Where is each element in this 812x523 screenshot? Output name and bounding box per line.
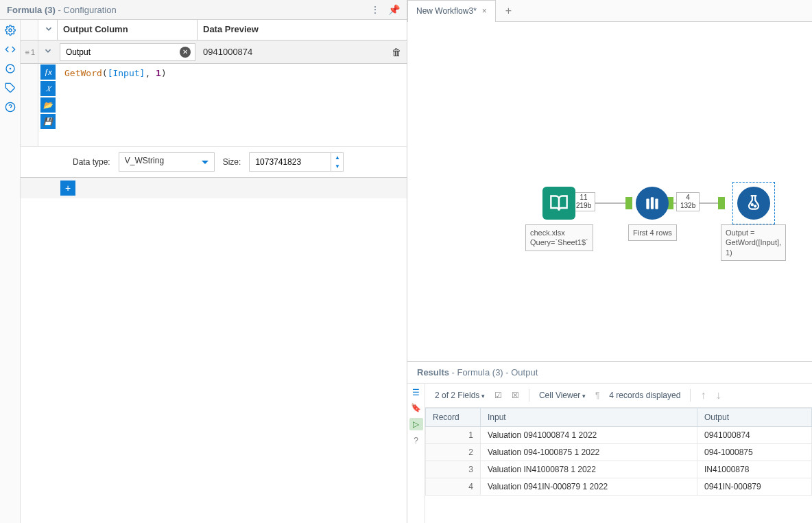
svg-rect-7 bbox=[651, 197, 654, 209]
sample-node-label: First 4 rows bbox=[628, 224, 677, 241]
node-input-data[interactable]: check.xlsx Query=`Sheet1$` bbox=[525, 185, 593, 251]
expression-row: ƒx 𝑋 📂 💾 GetWord([Input], 1) bbox=[21, 64, 407, 146]
play-icon[interactable]: ▷ bbox=[409, 418, 423, 430]
results-body: ☰ 🔖 ▷ ? 2 of 2 Fields ☑ ☒ Cell Viewer ¶ … bbox=[407, 384, 812, 523]
col-output[interactable]: Output bbox=[697, 408, 811, 427]
config-panel-header: Formula (3) - Configuration ⋮ 📌 bbox=[0, 0, 407, 20]
x-icon[interactable]: ☒ bbox=[512, 391, 519, 400]
datatype-select[interactable]: V_WString bbox=[119, 152, 215, 172]
table-row[interactable]: 2Valuation 094-1000875 1 2022094-1000875 bbox=[426, 444, 812, 461]
config-tool-name: Formula (3) bbox=[7, 5, 56, 15]
expr-num: 1 bbox=[156, 68, 161, 78]
config-content: Output Column Data Preview ≡1 ✕ 09410008… bbox=[21, 20, 407, 523]
help2-icon[interactable]: ? bbox=[414, 436, 418, 445]
results-sidebar: ☰ 🔖 ▷ ? bbox=[407, 384, 425, 523]
new-tab-button[interactable]: + bbox=[496, 5, 521, 17]
workflow-tabs: New Workflow3* × + bbox=[407, 0, 812, 22]
fields-dropdown[interactable]: 2 of 2 Fields bbox=[435, 391, 485, 400]
formula-table-header: Output Column Data Preview bbox=[21, 20, 407, 40]
workflow-canvas[interactable]: 11 219b 4 132b check.xlsx Query=`Sheet1$… bbox=[407, 22, 812, 361]
add-row-bar: + bbox=[21, 177, 407, 198]
output-column-header: Output Column bbox=[58, 20, 198, 40]
folder-button[interactable]: 📂 bbox=[40, 97, 56, 113]
node-formula[interactable]: Output = GetWord([Input], 1) bbox=[721, 185, 786, 261]
tag-icon[interactable] bbox=[4, 82, 16, 94]
svg-rect-8 bbox=[656, 199, 658, 209]
results-table: Record Input Output 1Valuation 094100087… bbox=[425, 408, 812, 496]
results-main: 2 of 2 Fields ☑ ☒ Cell Viewer ¶ 4 record… bbox=[425, 384, 812, 523]
app-root: Formula (3) - Configuration ⋮ 📌 Output C… bbox=[0, 0, 812, 523]
workflow-tab[interactable]: New Workflow3* × bbox=[407, 0, 496, 22]
goto-first-icon[interactable]: ↑ bbox=[700, 389, 706, 402]
expr-close: ) bbox=[161, 68, 167, 78]
results-toolbar: 2 of 2 Fields ☑ ☒ Cell Viewer ¶ 4 record… bbox=[425, 384, 812, 408]
bookmark-icon[interactable]: 🔖 bbox=[411, 403, 421, 412]
results-subtitle: - Formula (3) - Output bbox=[449, 367, 538, 377]
config-title: Formula (3) - Configuration bbox=[7, 5, 117, 15]
results-title: Results bbox=[417, 367, 449, 377]
right-panel: New Workflow3* × + 11 219b 4 132b bbox=[407, 0, 812, 523]
svg-rect-6 bbox=[647, 199, 649, 209]
node-sample[interactable]: First 4 rows bbox=[628, 185, 677, 241]
input-node-label: check.xlsx Query=`Sheet1$` bbox=[525, 224, 593, 251]
conn2-records: 4 bbox=[680, 194, 695, 202]
size-input[interactable] bbox=[249, 152, 331, 172]
data-preview-header: Data Preview bbox=[198, 20, 407, 40]
divider2 bbox=[690, 389, 691, 402]
results-header: Results - Formula (3) - Output bbox=[407, 362, 812, 384]
add-expression-button[interactable]: + bbox=[60, 181, 75, 196]
target-icon[interactable] bbox=[4, 62, 16, 75]
clear-output-icon[interactable]: ✕ bbox=[180, 47, 191, 58]
pin-icon[interactable]: 📌 bbox=[388, 4, 400, 15]
delete-row-icon[interactable]: 🗑 bbox=[386, 47, 407, 58]
cell-viewer-dropdown[interactable]: Cell Viewer bbox=[539, 391, 586, 400]
table-row[interactable]: 3Valuation IN41000878 1 2022IN41000878 bbox=[426, 461, 812, 478]
expr-sep: , bbox=[145, 68, 156, 78]
size-label: Size: bbox=[223, 157, 241, 167]
xml-icon[interactable] bbox=[4, 43, 16, 56]
input-tool-icon bbox=[540, 185, 577, 222]
output-column-input[interactable] bbox=[60, 43, 195, 61]
table-row[interactable]: 4Valuation 0941IN-000879 1 20220941IN-00… bbox=[426, 478, 812, 496]
expr-col: [Input] bbox=[108, 68, 145, 78]
fx-button[interactable]: ƒx bbox=[40, 65, 56, 80]
sample-tool-icon bbox=[634, 185, 671, 222]
size-spinner[interactable]: ▲▼ bbox=[331, 152, 344, 172]
svg-point-10 bbox=[754, 205, 756, 207]
expr-open: ( bbox=[102, 68, 108, 78]
row-expand-toggle[interactable] bbox=[38, 46, 58, 58]
goto-last-icon[interactable]: ↓ bbox=[715, 389, 721, 402]
help-icon[interactable] bbox=[4, 101, 16, 113]
expr-gutter bbox=[21, 64, 38, 146]
tab-close-icon[interactable]: × bbox=[482, 6, 487, 16]
config-sidebar bbox=[0, 20, 21, 523]
save-button[interactable]: 💾 bbox=[40, 114, 56, 129]
formula-node-label: Output = GetWord([Input], 1) bbox=[721, 224, 786, 261]
header-icon-group: ⋮ 📌 bbox=[370, 4, 400, 15]
more-icon[interactable]: ⋮ bbox=[370, 4, 380, 15]
svg-point-0 bbox=[9, 29, 12, 32]
output-column-cell: ✕ bbox=[58, 41, 198, 63]
check-icon[interactable]: ☑ bbox=[494, 391, 502, 400]
config-title-suffix: - Configuration bbox=[56, 5, 117, 15]
results-tbody: 1Valuation 0941000874 1 20220941000874 2… bbox=[426, 427, 812, 496]
expression-toolbar: ƒx 𝑋 📂 💾 bbox=[38, 64, 58, 146]
rownum-header bbox=[21, 20, 38, 40]
gear-icon[interactable] bbox=[4, 24, 16, 36]
x-column-button[interactable]: 𝑋 bbox=[40, 81, 56, 96]
col-record[interactable]: Record bbox=[426, 408, 481, 427]
expr-fn: GetWord bbox=[64, 68, 102, 78]
datatype-value: V_WString bbox=[125, 156, 164, 165]
list-icon[interactable]: ☰ bbox=[412, 388, 420, 397]
svg-point-11 bbox=[751, 204, 752, 205]
expression-editor[interactable]: GetWord([Input], 1) bbox=[58, 64, 407, 146]
records-displayed: 4 records displayed bbox=[609, 391, 680, 400]
paragraph-icon[interactable]: ¶ bbox=[595, 391, 599, 400]
config-body: Output Column Data Preview ≡1 ✕ 09410008… bbox=[0, 20, 407, 523]
spin-up-icon[interactable]: ▲ bbox=[331, 153, 343, 162]
formula-row-1: ≡1 ✕ 0941000874 🗑 bbox=[21, 40, 407, 64]
table-row[interactable]: 1Valuation 0941000874 1 20220941000874 bbox=[426, 427, 812, 444]
col-input[interactable]: Input bbox=[481, 408, 697, 427]
spin-down-icon[interactable]: ▼ bbox=[331, 162, 343, 171]
expand-header bbox=[38, 20, 58, 40]
